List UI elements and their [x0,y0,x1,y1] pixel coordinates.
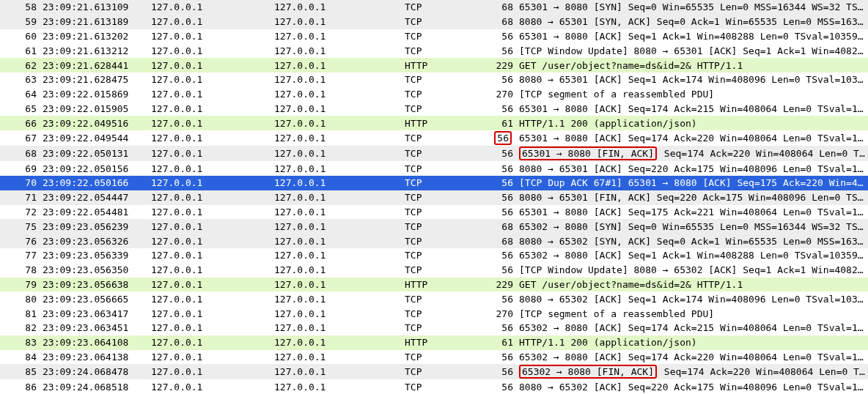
packet-row[interactable]: 8623:09:24.068518127.0.0.1127.0.0.1TCP56… [0,379,868,394]
col-src: 127.0.0.1 [148,364,271,379]
packet-row[interactable]: 7023:09:22.050166127.0.0.1127.0.0.1TCP56… [0,176,868,190]
packet-row[interactable]: 6523:09:22.015905127.0.0.1127.0.0.1TCP56… [0,102,868,116]
col-time: 23:09:22.054447 [40,190,148,205]
col-info: 65302 → 8080 [FIN, ACK] Seq=174 Ack=220 … [516,364,868,379]
col-time: 23:09:22.050166 [40,176,148,190]
col-time: 23:09:21.613202 [40,29,148,44]
col-proto: HTTP [402,278,481,292]
col-no: 70 [0,176,40,190]
col-dst: 127.0.0.1 [271,15,402,29]
col-len: 56 [481,248,516,263]
col-time: 23:09:21.613109 [40,0,148,15]
col-proto: TCP [402,146,481,161]
packet-row[interactable]: 7123:09:22.054447127.0.0.1127.0.0.1TCP56… [0,190,868,205]
col-len: 229 [481,58,516,73]
packet-row[interactable]: 5823:09:21.613109127.0.0.1127.0.0.1TCP68… [0,0,868,15]
col-proto: TCP [402,248,481,263]
col-info: 65301 → 8080 [ACK] Seq=174 Ack=215 Win=4… [516,102,868,116]
packet-row[interactable]: 7623:09:23.056326127.0.0.1127.0.0.1TCP68… [0,234,868,248]
col-src: 127.0.0.1 [148,146,271,161]
packet-row[interactable]: 6623:09:22.049516127.0.0.1127.0.0.1HTTP6… [0,116,868,130]
packet-row[interactable]: 7523:09:23.056239127.0.0.1127.0.0.1TCP68… [0,219,868,234]
packet-row[interactable]: 8123:09:23.063417127.0.0.1127.0.0.1TCP27… [0,306,868,321]
col-no: 63 [0,73,40,87]
packet-row[interactable]: 7923:09:23.056638127.0.0.1127.0.0.1HTTP2… [0,278,868,292]
col-proto: HTTP [402,58,481,73]
col-proto: TCP [402,321,481,335]
packet-row[interactable]: 6323:09:21.628475127.0.0.1127.0.0.1TCP56… [0,73,868,87]
col-no: 59 [0,15,40,29]
col-src: 127.0.0.1 [148,0,271,15]
highlight-box: 65301 → 8080 [FIN, ACK] [519,146,657,160]
col-time: 23:09:22.015905 [40,102,148,116]
col-no: 84 [0,350,40,365]
packet-row[interactable]: 7223:09:22.054481127.0.0.1127.0.0.1TCP56… [0,205,868,220]
col-len: 56 [481,350,516,365]
col-info: [TCP Window Update] 8080 → 65301 [ACK] S… [516,43,868,58]
packet-row[interactable]: 6223:09:21.628441127.0.0.1127.0.0.1HTTP2… [0,58,868,73]
packet-row[interactable]: 8323:09:23.064108127.0.0.1127.0.0.1HTTP6… [0,335,868,350]
packet-row[interactable]: 8223:09:23.063451127.0.0.1127.0.0.1TCP56… [0,321,868,335]
col-len: 56 [481,379,516,394]
col-proto: TCP [402,306,481,321]
col-dst: 127.0.0.1 [271,248,402,263]
packet-row[interactable]: 5923:09:21.613189127.0.0.1127.0.0.1TCP68… [0,15,868,29]
col-info: 65301 → 8080 [SYN] Seq=0 Win=65535 Len=0… [516,0,868,15]
col-time: 23:09:23.056239 [40,219,148,234]
col-time: 23:09:23.056326 [40,234,148,248]
col-src: 127.0.0.1 [148,205,271,220]
col-len: 56 [481,205,516,220]
packet-list-table[interactable]: 5823:09:21.613109127.0.0.1127.0.0.1TCP68… [0,0,868,394]
col-no: 62 [0,58,40,73]
col-no: 78 [0,263,40,278]
col-time: 23:09:23.063451 [40,321,148,335]
packet-row[interactable]: 8523:09:24.068478127.0.0.1127.0.0.1TCP56… [0,364,868,379]
col-info: 8080 → 65301 [ACK] Seq=1 Ack=174 Win=408… [516,73,868,87]
packet-row[interactable]: 6723:09:22.049544127.0.0.1127.0.0.1TCP56… [0,130,868,146]
col-len: 56 [481,176,516,190]
col-info: GET /user/object?name=ds&id=2& HTTP/1.1 [516,58,868,73]
packet-row[interactable]: 6023:09:21.613202127.0.0.1127.0.0.1TCP56… [0,29,868,44]
col-src: 127.0.0.1 [148,58,271,73]
col-src: 127.0.0.1 [148,161,271,176]
col-src: 127.0.0.1 [148,335,271,350]
col-time: 23:09:23.064138 [40,350,148,365]
packet-row[interactable]: 8423:09:23.064138127.0.0.1127.0.0.1TCP56… [0,350,868,365]
col-no: 72 [0,205,40,220]
col-dst: 127.0.0.1 [271,350,402,365]
col-info: 65302 → 8080 [ACK] Seq=174 Ack=220 Win=4… [516,350,868,365]
col-time: 23:09:23.063417 [40,306,148,321]
info-rest: Seq=174 Ack=220 Win=408064 Len=0 TSval=… [658,148,868,159]
col-info: 65301 → 8080 [ACK] Seq=175 Ack=221 Win=4… [516,205,868,220]
col-src: 127.0.0.1 [148,350,271,365]
col-no: 80 [0,291,40,306]
col-len: 56 [481,130,516,146]
packet-row[interactable]: 6423:09:22.015869127.0.0.1127.0.0.1TCP27… [0,87,868,102]
packet-row[interactable]: 8023:09:23.056665127.0.0.1127.0.0.1TCP56… [0,291,868,306]
col-dst: 127.0.0.1 [271,263,402,278]
packet-row[interactable]: 6923:09:22.050156127.0.0.1127.0.0.1TCP56… [0,161,868,176]
col-info: 8080 → 65302 [ACK] Seq=1 Ack=174 Win=408… [516,291,868,306]
col-dst: 127.0.0.1 [271,219,402,234]
col-time: 23:09:22.049516 [40,116,148,130]
col-src: 127.0.0.1 [148,248,271,263]
col-no: 58 [0,0,40,15]
col-info: 8080 → 65301 [SYN, ACK] Seq=0 Ack=1 Win=… [516,15,868,29]
packet-row[interactable]: 6123:09:21.613212127.0.0.1127.0.0.1TCP56… [0,43,868,58]
col-dst: 127.0.0.1 [271,321,402,335]
col-src: 127.0.0.1 [148,190,271,205]
col-no: 77 [0,248,40,263]
packet-row[interactable]: 6823:09:22.050131127.0.0.1127.0.0.1TCP56… [0,146,868,161]
col-len: 56 [481,263,516,278]
col-dst: 127.0.0.1 [271,335,402,350]
packet-row[interactable]: 7823:09:23.056350127.0.0.1127.0.0.1TCP56… [0,263,868,278]
col-info: HTTP/1.1 200 (application/json) [516,335,868,350]
packet-row[interactable]: 7723:09:23.056339127.0.0.1127.0.0.1TCP56… [0,248,868,263]
col-src: 127.0.0.1 [148,102,271,116]
col-no: 82 [0,321,40,335]
col-dst: 127.0.0.1 [271,190,402,205]
col-no: 60 [0,29,40,44]
col-src: 127.0.0.1 [148,278,271,292]
col-info: [TCP Window Update] 8080 → 65302 [ACK] S… [516,263,868,278]
col-proto: HTTP [402,116,481,130]
